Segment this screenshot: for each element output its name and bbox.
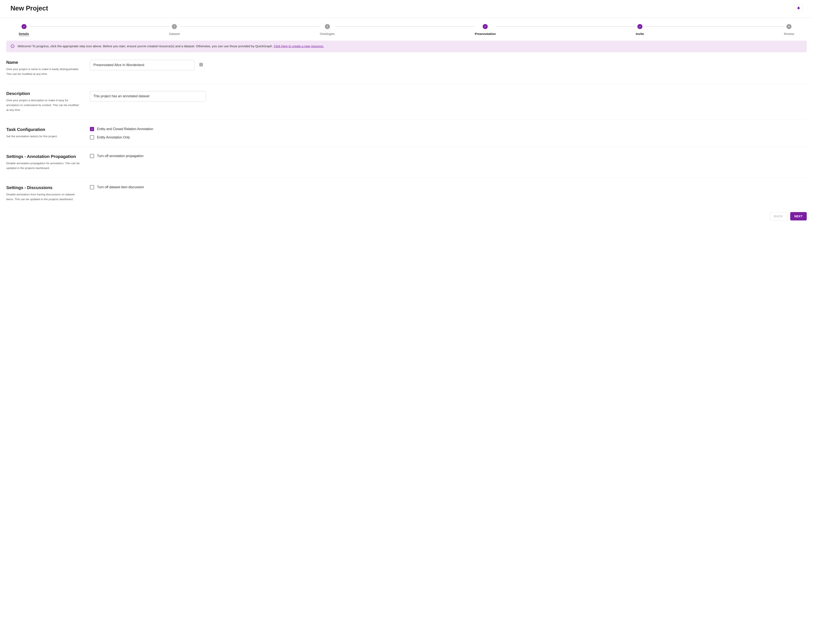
- step-number: 3: [325, 24, 330, 29]
- step-label: Details: [19, 32, 29, 35]
- section-task-config: Task Configuration Set the annotation ta…: [6, 127, 807, 147]
- checkbox-label: Turn off annotation propagation: [97, 154, 143, 158]
- checkbox-label: Entity Annotation Only: [97, 135, 130, 139]
- dice-icon: [199, 62, 204, 67]
- name-desc: Give your project a name to make it easi…: [6, 67, 81, 77]
- back-button[interactable]: Back: [770, 212, 787, 221]
- randomize-name-button[interactable]: [198, 62, 204, 68]
- checkbox-label: Turn off dataset item discussion: [97, 185, 144, 189]
- svg-point-6: [201, 64, 202, 65]
- checkbox-label: Entity and Closed Relation Annotation: [97, 127, 153, 131]
- project-name-input[interactable]: [90, 60, 194, 70]
- step-number: 6: [787, 24, 792, 29]
- check-icon: [637, 24, 642, 29]
- checkbox-icon: [90, 127, 94, 131]
- section-discussions: Settings - Discussions Disable annotator…: [6, 185, 807, 204]
- propagation-title: Settings - Annotation Propagation: [6, 154, 81, 159]
- step-label: Ontologies: [320, 32, 335, 35]
- notifications-button[interactable]: [795, 4, 802, 12]
- step-preannotation[interactable]: Preannotation: [475, 24, 496, 35]
- svg-point-5: [202, 63, 202, 64]
- task-option-entity-only[interactable]: Entity Annotation Only: [90, 135, 153, 140]
- step-details[interactable]: Details: [19, 24, 29, 35]
- info-text: Welcome! To progress, click the appropri…: [18, 44, 324, 49]
- check-icon: [483, 24, 488, 29]
- step-label: Review: [784, 32, 794, 35]
- info-icon: [11, 44, 15, 49]
- check-icon: [21, 24, 26, 29]
- header: New Project: [0, 0, 813, 18]
- step-invite[interactable]: Invite: [636, 24, 644, 35]
- project-description-input[interactable]: [90, 91, 206, 101]
- discussions-toggle[interactable]: Turn off dataset item discussion: [90, 185, 144, 189]
- description-desc: Give your project a description to make …: [6, 98, 81, 112]
- section-propagation: Settings - Annotation Propagation Disabl…: [6, 154, 807, 178]
- section-description: Description Give your project a descript…: [6, 91, 807, 120]
- info-banner: Welcome! To progress, click the appropri…: [6, 41, 807, 52]
- checkbox-icon: [90, 154, 94, 158]
- step-label: Preannotation: [475, 32, 496, 35]
- bell-icon: [797, 6, 801, 11]
- name-title: Name: [6, 60, 81, 65]
- step-ontologies[interactable]: 3 Ontologies: [320, 24, 335, 35]
- step-review[interactable]: 6 Review: [784, 24, 794, 35]
- task-title: Task Configuration: [6, 127, 81, 132]
- step-dataset[interactable]: 2 Dataset: [169, 24, 180, 35]
- section-name: Name Give your project a name to make it…: [6, 60, 807, 84]
- discussions-desc: Disable annotators from having discussio…: [6, 192, 81, 202]
- svg-point-7: [200, 65, 201, 66]
- step-number: 2: [172, 24, 177, 29]
- next-button[interactable]: Next: [790, 212, 807, 221]
- task-option-entity-relation[interactable]: Entity and Closed Relation Annotation: [90, 127, 153, 131]
- info-body: Welcome! To progress, click the appropri…: [18, 44, 274, 48]
- discussions-title: Settings - Discussions: [6, 185, 81, 190]
- propagation-toggle[interactable]: Turn off annotation propagation: [90, 154, 143, 158]
- footer-buttons: Back Next: [0, 212, 813, 225]
- svg-point-4: [200, 63, 201, 64]
- create-resource-link[interactable]: Click here to create a new resource.: [274, 44, 324, 48]
- svg-point-8: [202, 65, 202, 66]
- description-title: Description: [6, 91, 81, 96]
- step-label: Invite: [636, 32, 644, 35]
- checkbox-icon: [90, 185, 94, 189]
- propagation-desc: Disable annotation propagation for annot…: [6, 161, 81, 171]
- stepper: Details 2 Dataset 3 Ontologies Preannota…: [0, 18, 813, 41]
- checkbox-icon: [90, 135, 94, 140]
- task-desc: Set the annotation task(s) for this proj…: [6, 134, 81, 139]
- step-label: Dataset: [169, 32, 180, 35]
- page-title: New Project: [11, 5, 48, 12]
